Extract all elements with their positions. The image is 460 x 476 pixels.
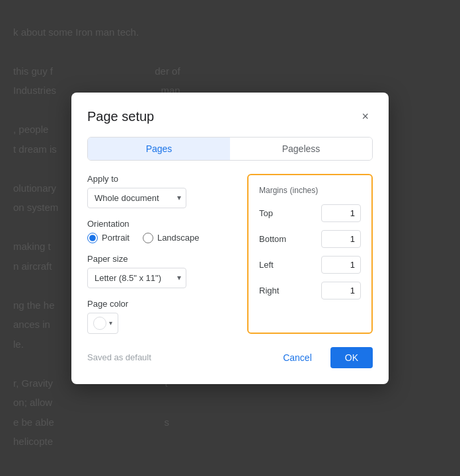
margin-bottom-input[interactable] <box>321 230 361 248</box>
paper-size-label: Paper size <box>87 254 234 264</box>
margin-bottom-label: Bottom <box>259 234 292 244</box>
ok-button[interactable]: OK <box>330 347 373 368</box>
color-swatch-arrow-icon: ▾ <box>109 319 112 327</box>
portrait-radio[interactable] <box>87 233 98 243</box>
landscape-label: Landscape <box>157 233 200 243</box>
margin-right-input[interactable] <box>321 282 361 299</box>
tab-pageless[interactable]: Pageless <box>230 138 372 160</box>
footer-buttons: Cancel OK <box>271 347 373 368</box>
margin-right-row: Right <box>259 282 361 299</box>
paper-size-wrapper: Letter (8.5" x 11") A4 Legal ▾ <box>87 268 186 288</box>
page-setup-dialog: Page setup × Pages Pageless Apply to Who… <box>71 93 389 384</box>
modal-overlay: Page setup × Pages Pageless Apply to Who… <box>0 0 460 476</box>
landscape-option[interactable]: Landscape <box>143 233 200 243</box>
margin-right-label: Right <box>259 286 292 296</box>
dialog-header: Page setup × <box>87 108 373 125</box>
dialog-body: Apply to Whole document This section Thi… <box>87 174 373 334</box>
page-color-field: Page color ▾ <box>87 299 234 334</box>
tab-pages[interactable]: Pages <box>88 138 230 160</box>
apply-to-wrapper: Whole document This section This point f… <box>87 188 186 208</box>
orientation-group: Portrait Landscape <box>87 233 234 243</box>
portrait-option[interactable]: Portrait <box>87 233 130 243</box>
saved-default-text: Saved as default <box>87 352 151 362</box>
page-color-label: Page color <box>87 299 234 309</box>
cancel-button[interactable]: Cancel <box>271 347 324 368</box>
landscape-radio[interactable] <box>143 233 153 243</box>
close-button[interactable]: × <box>358 108 373 125</box>
dialog-title: Page setup <box>87 109 154 124</box>
apply-to-select[interactable]: Whole document This section This point f… <box>87 188 186 208</box>
page-color-swatch[interactable]: ▾ <box>87 313 118 334</box>
margin-top-label: Top <box>259 208 292 218</box>
margin-bottom-row: Bottom <box>259 230 361 248</box>
apply-to-field: Apply to Whole document This section Thi… <box>87 174 234 208</box>
dialog-footer: Saved as default Cancel OK <box>87 347 373 368</box>
margin-left-label: Left <box>259 260 292 270</box>
margin-left-input[interactable] <box>321 256 361 274</box>
color-swatch-preview <box>93 317 106 330</box>
margins-panel: Margins (inches) Top Bottom Left Right <box>247 174 373 334</box>
orientation-label: Orientation <box>87 219 234 229</box>
margin-top-row: Top <box>259 204 361 222</box>
portrait-label: Portrait <box>102 233 130 243</box>
margins-title: Margins (inches) <box>259 184 361 195</box>
orientation-field: Orientation Portrait Landscape <box>87 219 234 243</box>
tab-bar: Pages Pageless <box>87 137 373 161</box>
paper-size-select[interactable]: Letter (8.5" x 11") A4 Legal <box>87 268 186 288</box>
apply-to-label: Apply to <box>87 174 234 184</box>
paper-size-field: Paper size Letter (8.5" x 11") A4 Legal … <box>87 254 234 288</box>
margin-top-input[interactable] <box>321 204 361 222</box>
left-panel: Apply to Whole document This section Thi… <box>87 174 234 334</box>
margin-left-row: Left <box>259 256 361 274</box>
